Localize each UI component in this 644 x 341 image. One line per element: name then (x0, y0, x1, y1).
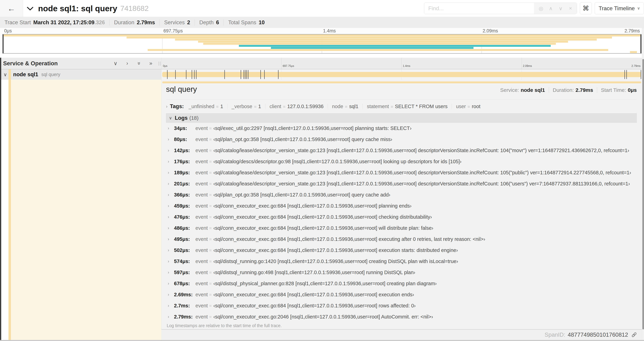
span-row-track (161, 69, 642, 80)
collapse-controls: ∨ › » » (112, 60, 154, 67)
logs-accordion-header[interactable]: ∨ Logs (18) (166, 113, 637, 123)
equals-sign: = (209, 181, 212, 186)
log-entry[interactable]: ›597μs:event=‹sql/distsql_running.go:498… (166, 267, 637, 278)
chevron-right-icon: › (168, 314, 174, 319)
service-value: node sql1 (521, 87, 545, 93)
chevron-right-icon: › (168, 270, 174, 275)
tick-label: 2.79ms (624, 28, 640, 34)
log-field-value: ‹sql/catalog/lease/descriptor_version_st… (214, 181, 630, 187)
log-entry[interactable]: ›80μs:event=‹sql/plan_opt.go:358 [nsql1,… (166, 134, 637, 145)
tag-value: 1 (258, 104, 261, 109)
equals-sign: = (345, 104, 348, 109)
log-marker (264, 70, 265, 79)
chevron-down-icon: ∨ (169, 116, 172, 120)
summary-item: Duration2.79ms (110, 20, 160, 26)
log-field-value: ‹sql/plan_opt.go:358 [nsql1,client=127.0… (214, 137, 392, 142)
log-entry[interactable]: ›2.7ms:event=‹sql/conn_executor_exec.go:… (166, 300, 637, 311)
summary-value: 6 (216, 20, 219, 26)
span-row-name-cell[interactable]: ∨ node sql1 sql query (0, 69, 161, 80)
find-input[interactable] (424, 3, 534, 14)
log-marker (626, 70, 627, 79)
log-entry[interactable]: ›476μs:event=‹sql/conn_executor_exec.go:… (166, 211, 637, 222)
minimap-span (203, 43, 556, 45)
chevron-right-icon: › (168, 148, 174, 153)
summary-label: Trace Start (4, 20, 31, 26)
log-entry[interactable]: ›142μs:event=‹sql/catalog/lease/descript… (166, 145, 637, 156)
summary-item: Depth6 (194, 20, 224, 26)
log-field-value: ‹sql/conn_executor_exec.go:684 [nsql1,cl… (214, 303, 416, 308)
log-marker (260, 70, 261, 79)
minimap-canvas[interactable] (2, 34, 642, 54)
summary-value-fraction: .326 (94, 20, 105, 26)
tag-value: sql1 (349, 104, 358, 109)
log-entry[interactable]: ›2.69ms:event=‹sql/conn_executor_exec.go… (166, 289, 637, 300)
log-field-value: ‹sql/plan_opt.go:358 [nsql1,client=127.0… (214, 192, 390, 198)
tag-key: statement (367, 104, 389, 109)
log-marker (244, 70, 244, 79)
tag-value: 127.0.0.1:59936 (287, 104, 324, 109)
log-entry[interactable]: ›459μs:event=‹sql/conn_executor_exec.go:… (166, 200, 637, 211)
tick-label: 2.79ms (632, 65, 640, 68)
service-operation-header: Service & Operation ∨ › » » (0, 58, 161, 69)
minimap-right-handle[interactable] (640, 35, 642, 53)
log-timestamp: 80μs: (174, 137, 196, 142)
service-label: Service: (500, 87, 519, 93)
log-entry[interactable]: ›495μs:event=‹sql/conn_executor_exec.go:… (166, 234, 637, 245)
start-time-label: Start Time: (601, 87, 626, 93)
log-marker (245, 70, 246, 79)
equals-sign: = (209, 137, 212, 142)
log-timestamp: 34μs: (174, 125, 196, 131)
equals-sign: = (468, 104, 470, 109)
equals-sign: = (209, 237, 212, 242)
trace-view-selector[interactable]: Trace Timeline ∨ (595, 3, 644, 14)
log-field-key: event (196, 214, 208, 220)
log-entry[interactable]: ›176μs:event=‹sql/catalog/descs/descript… (166, 156, 637, 167)
keyboard-shortcuts-button[interactable]: ⌘ (580, 3, 592, 14)
log-entry[interactable]: ›189μs:event=‹sql/catalog/lease/descript… (166, 167, 637, 178)
tick-label: 1.4ms (402, 65, 410, 68)
log-field-value: ‹sql/catalog/lease/descriptor_version_st… (214, 148, 629, 153)
log-marker (175, 70, 176, 79)
collapse-all-icon[interactable]: » (148, 60, 154, 67)
tag-value: SELECT * FROM users (395, 104, 448, 109)
left-edge-scrollbar[interactable] (0, 58, 1, 340)
log-timestamp: 459μs: (174, 203, 196, 209)
log-entry[interactable]: ›34μs:event=‹sql/exec_util.go:2297 [nsql… (166, 123, 637, 134)
span-detail-header: sql query Service: node sql1 Duration: 2… (166, 85, 637, 94)
collapse-one-icon[interactable]: › (124, 60, 130, 67)
timeline-header-row: Service & Operation ∨ › » » || 0μs697.75… (0, 58, 644, 69)
column-resizer[interactable]: || (158, 58, 161, 69)
collapse-children-icon[interactable]: ∨ (4, 72, 8, 78)
log-marker (224, 70, 225, 79)
log-entry[interactable]: ›201μs:event=‹sql/catalog/lease/descript… (166, 178, 637, 189)
match-highlight-icon[interactable]: ◎ (538, 5, 544, 12)
next-match-icon[interactable]: ∨ (557, 5, 564, 12)
scrollbar-thumb[interactable] (642, 59, 644, 329)
equals-sign: = (209, 203, 212, 208)
expand-all-icon[interactable]: » (136, 61, 142, 66)
log-timestamp: 189μs: (174, 170, 196, 176)
expand-one-icon[interactable]: ∨ (112, 60, 118, 67)
log-field-value: ‹sql/distsql_running.go:1420 [nsql1,clie… (214, 258, 458, 264)
minimap-left-handle[interactable] (2, 35, 4, 53)
log-entry[interactable]: ›366μs:event=‹sql/plan_opt.go:358 [nsql1… (166, 189, 637, 200)
chevron-right-icon: › (168, 203, 174, 208)
summary-item: Trace StartMarch 31 2022, 17:25:09.326 (2, 20, 110, 26)
log-entry[interactable]: ›2.79ms:event=‹sql/conn_executor_exec.go… (166, 311, 637, 322)
span-id-value: 4877749850101760812 (568, 331, 628, 338)
log-entry[interactable]: ›486μs:event=‹sql/conn_executor_exec.go:… (166, 222, 637, 234)
log-field-key: event (196, 303, 208, 308)
log-marker (624, 70, 625, 79)
log-entry[interactable]: ›502μs:event=‹sql/conn_executor_exec.go:… (166, 245, 637, 256)
tags-accordion[interactable]: › Tags: _unfinished=1_verbose=1client=12… (166, 102, 637, 111)
log-entry[interactable]: ›574μs:event=‹sql/distsql_running.go:142… (166, 256, 637, 267)
span-bar[interactable] (162, 72, 641, 77)
link-icon[interactable] (631, 331, 638, 338)
log-entry[interactable]: ›678μs:event=‹sql/distsql_physical_plann… (166, 278, 637, 289)
operation-name: sql query (42, 72, 60, 77)
clear-find-icon[interactable]: × (567, 5, 574, 11)
log-marker (167, 70, 168, 79)
collapse-trace-icon[interactable] (26, 6, 34, 11)
prev-match-icon[interactable]: ∧ (548, 5, 554, 12)
back-button[interactable]: ← (0, 0, 23, 17)
